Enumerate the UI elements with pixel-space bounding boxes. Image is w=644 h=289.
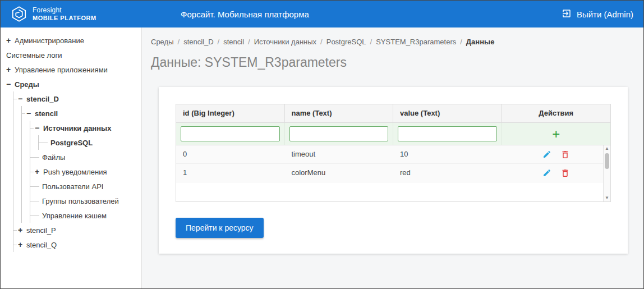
column-header-id: id (Big Integer) (176, 104, 285, 123)
logout-button[interactable]: Выйти (Admin) (562, 8, 633, 20)
sidebar-item-label: Пользователи API (42, 182, 103, 191)
table-row[interactable]: 1 colorMenu red (176, 164, 610, 182)
breadcrumb-data-sources[interactable]: Источники данных (254, 38, 316, 46)
sidebar-item-api-users[interactable]: Пользователи API (30, 179, 141, 194)
cell-id: 0 (176, 145, 285, 163)
sidebar-item-label: Push уведомления (43, 168, 107, 176)
table-row[interactable]: 0 timeout 10 (176, 145, 610, 164)
sidebar-item-environments[interactable]: − Среды (5, 77, 141, 91)
breadcrumb-current-data: Данные (466, 38, 495, 46)
breadcrumb-separator: / (320, 38, 323, 46)
sidebar-item-label: stencil_P (26, 226, 56, 235)
sidebar-item-stencil-p[interactable]: + stencil_P (13, 223, 141, 237)
expand-plus-icon[interactable]: + (34, 168, 40, 176)
expand-plus-icon[interactable]: + (17, 226, 24, 234)
sidebar-item-label: Источники данных (43, 124, 111, 132)
breadcrumb-postgresql[interactable]: PostgreSQL (326, 38, 366, 46)
collapse-minus-icon[interactable]: − (25, 109, 32, 117)
collapse-minus-icon[interactable]: − (34, 124, 40, 132)
sidebar-item-label: PostgreSQL (50, 139, 93, 147)
sidebar-item-cache-management[interactable]: Управление кэшем (30, 208, 141, 223)
expand-plus-icon[interactable]: + (5, 66, 12, 74)
sidebar-item-app-management[interactable]: + Управление приложениями (5, 62, 141, 77)
sidebar-item-files[interactable]: Файлы (30, 150, 141, 164)
data-card: id (Big Integer) name (Text) value (Text… (159, 87, 628, 254)
sidebar-item-label: Группы пользователей (42, 197, 119, 205)
sidebar-item-user-groups[interactable]: Группы пользователей (30, 194, 141, 208)
sidebar-item-label: stencil_Q (26, 241, 57, 249)
top-bar: Foresight MOBILE PLATFORM Форсайт. Мобил… (1, 1, 643, 27)
expand-plus-icon[interactable]: + (17, 241, 24, 249)
filter-cell-id (176, 123, 285, 145)
foresight-logo[interactable]: Foresight MOBILE PLATFORM (11, 6, 96, 22)
add-row-icon[interactable]: + (552, 128, 560, 140)
table-add-row: + (176, 123, 610, 145)
value-input[interactable] (398, 126, 497, 141)
collapse-minus-icon[interactable]: − (17, 95, 24, 103)
filter-cell-value (393, 123, 502, 145)
breadcrumb-stencil-d[interactable]: stencil_D (183, 38, 213, 46)
edit-icon[interactable] (542, 168, 551, 177)
name-input[interactable] (289, 126, 389, 141)
breadcrumb-separator: / (248, 38, 250, 46)
logo-text: Foresight MOBILE PLATFORM (33, 7, 96, 21)
logout-icon (562, 8, 572, 20)
sidebar-item-label: Системные логи (6, 51, 62, 59)
delete-icon[interactable] (560, 168, 570, 178)
id-input[interactable] (181, 126, 280, 141)
cell-name: timeout (285, 145, 394, 163)
scrollbar-thumb[interactable] (605, 153, 609, 169)
sidebar-item-postgresql[interactable]: PostgreSQL (39, 135, 141, 150)
scroll-down-icon[interactable]: ▼ (604, 195, 610, 201)
sidebar-item-label: Файлы (42, 153, 65, 162)
table-header-row: id (Big Integer) name (Text) value (Text… (176, 104, 610, 123)
logo-line1: Foresight (33, 7, 96, 15)
go-to-resource-button[interactable]: Перейти к ресурсу (176, 218, 264, 238)
logout-label: Выйти (Admin) (577, 10, 633, 19)
breadcrumb: Среды / stencil_D / stencil / Источники … (151, 38, 632, 46)
main-content: Среды / stencil_D / stencil / Источники … (142, 27, 643, 288)
sidebar-item-stencil[interactable]: − stencil (22, 106, 141, 121)
sidebar-item-stencil-q[interactable]: + stencil_Q (13, 237, 141, 252)
sidebar-item-label: stencil (35, 109, 58, 118)
tree-connector (30, 157, 39, 158)
add-cell: + (502, 123, 611, 145)
edit-icon[interactable] (542, 150, 551, 159)
sidebar-item-stencil-d[interactable]: − stencil_D (13, 91, 141, 106)
column-header-actions: Действия (502, 104, 611, 123)
breadcrumb-stencil[interactable]: stencil (223, 38, 244, 46)
scroll-up-icon[interactable]: ▲ (604, 145, 610, 152)
breadcrumb-separator: / (178, 38, 180, 46)
tree-connector (30, 186, 39, 187)
page-title: Данные: SYSTEM_R3parameters (151, 55, 632, 70)
breadcrumb-separator: / (218, 38, 220, 46)
table-scrollbar[interactable]: ▲ ▼ (603, 145, 610, 201)
sidebar-item-administration[interactable]: + Администрирование (5, 33, 141, 48)
cell-id: 1 (176, 164, 285, 182)
app-title: Форсайт. Мобильная платформа (181, 10, 309, 19)
tree-connector (39, 143, 48, 143)
sidebar-item-label: stencil_D (26, 95, 59, 103)
sidebar-item-label: Управление кэшем (42, 212, 107, 220)
breadcrumb-system-r3parameters[interactable]: SYSTEM_R3parameters (376, 38, 456, 46)
data-table: id (Big Integer) name (Text) value (Text… (176, 104, 611, 202)
sidebar-tree: + Администрирование Системные логи + Упр… (1, 27, 141, 252)
delete-icon[interactable] (560, 150, 570, 159)
breadcrumb-separator: / (460, 38, 462, 46)
sidebar-item-label: Администрирование (15, 36, 84, 45)
sidebar-item-data-sources[interactable]: − Источники данных (30, 121, 141, 135)
breadcrumb-separator: / (370, 38, 372, 46)
collapse-minus-icon[interactable]: − (5, 80, 12, 88)
sidebar-item-system-logs[interactable]: Системные логи (5, 48, 141, 62)
expand-plus-icon[interactable]: + (5, 36, 12, 44)
app-window: Foresight MOBILE PLATFORM Форсайт. Мобил… (0, 0, 644, 289)
sidebar-item-push-notifications[interactable]: + Push уведомления (30, 164, 141, 179)
sidebar: + Администрирование Системные логи + Упр… (1, 27, 142, 288)
breadcrumb-environments[interactable]: Среды (151, 38, 174, 46)
filter-cell-name (285, 123, 394, 145)
column-header-name: name (Text) (285, 104, 394, 123)
foresight-hexagon-icon (11, 6, 27, 22)
column-header-value: value (Text) (393, 104, 502, 123)
cell-name: colorMenu (285, 164, 394, 182)
sidebar-item-label: Среды (15, 80, 39, 89)
